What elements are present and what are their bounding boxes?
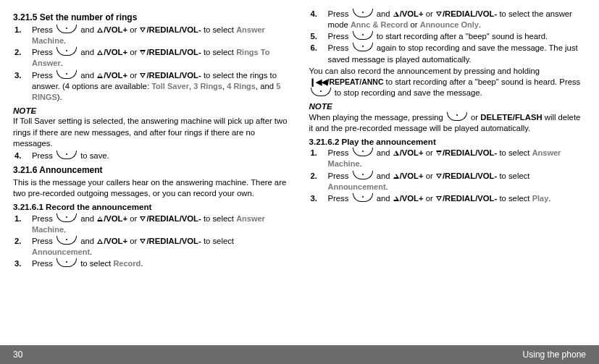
list-item: 3.Press to select Record. [13,258,290,269]
note-body: When playing the message, pressing or DE… [309,112,587,134]
step-number: 5. [309,31,328,42]
arrow-down-icon [140,50,146,55]
step-number: 1. [13,25,32,46]
menu-icon [353,193,373,202]
steps-play: 1.Press and /VOL+ or /REDIAL/VOL- to sel… [309,148,587,204]
step-number: 2. [13,236,32,258]
step-body: Press and /VOL+ or /REDIAL/VOL- to selec… [328,171,587,192]
arrow-down-icon [436,174,442,179]
list-item: 6.Press again to stop recording and save… [309,43,587,64]
steps-record: 1.Press and /VOL+ or /REDIAL/VOL- to sel… [13,213,290,270]
step-body: Press and /VOL+ or /REDIAL/VOL- to selec… [32,25,290,46]
heading-announcement: 3.21.6 Announcement [13,164,290,176]
step-body: Press to start recording after a "beep" … [328,31,587,42]
page-body: 3.21.5 Set the number of rings 1.Press a… [0,0,599,344]
page-footer: 30 Using the phone [0,345,599,364]
list-item: 2.Press and /VOL+ or /REDIAL/VOL- to sel… [13,47,290,69]
step-body: Press to select Record. [32,258,290,269]
step-body: Press again to stop recording and save t… [328,43,587,64]
step-body: Press to save. [32,151,290,161]
arrow-down-icon [140,27,146,33]
step-body: Press and /VOL+ or /REDIAL/VOL- to selec… [328,193,587,204]
step-number: 3. [309,193,328,204]
arrow-up-icon [393,174,399,179]
arrow-up-icon [97,73,103,78]
arrow-up-icon [393,196,399,201]
step-number: 4. [13,151,32,161]
step-number: 6. [309,43,328,64]
page-number: 30 [13,349,22,360]
step-body: Press and /VOL+ or /REDIAL/VOL- to selec… [328,148,587,169]
menu-icon [353,171,373,179]
menu-icon [311,88,331,96]
menu-icon [56,70,77,79]
menu-icon [353,31,373,40]
list-item: 2.Press and /VOL+ or /REDIAL/VOL- to sel… [13,236,290,258]
arrow-down-icon [140,216,146,221]
step-number: 1. [309,148,328,169]
arrow-up-icon [97,50,103,55]
arrow-up-icon [97,216,103,221]
step-body: Press and /VOL+ or /REDIAL/VOL- to selec… [32,70,290,103]
arrow-up-icon [97,239,103,244]
step-number: 3. [13,258,32,269]
arrow-down-icon [436,151,442,156]
list-item: 3.Press and /VOL+ or /REDIAL/VOL- to sel… [309,193,587,204]
arrow-down-icon [140,239,146,244]
list-item: 5.Press to start recording after a "beep… [309,31,587,42]
menu-icon [56,151,77,159]
repeat-annc-label: ❙◀◀/REPEAT/ANNC [309,77,384,86]
heading-play: 3.21.6.2 Play the announcement [309,136,587,148]
menu-icon [56,213,77,222]
arrow-down-icon [436,196,442,201]
left-column: 3.21.5 Set the number of rings 1.Press a… [13,9,290,344]
arrow-up-icon [393,12,399,17]
menu-icon [447,112,467,121]
note-body: If Toll Saver setting is selected, the a… [13,116,290,148]
note-heading: NOTE [13,105,290,117]
arrow-up-icon [97,27,103,33]
step-number: 2. [13,47,32,69]
step-number: 4. [309,9,328,30]
footer-label: Using the phone [523,349,586,360]
menu-icon [353,43,373,51]
steps-record-cont: 4.Press and /VOL+ or /REDIAL/VOL- to sel… [309,9,587,65]
heading-record: 3.21.6.1 Record the announcement [13,201,290,213]
menu-icon [56,47,77,56]
steps-set-rings: 1.Press and /VOL+ or /REDIAL/VOL- to sel… [13,25,290,103]
step-number: 1. [13,213,32,235]
step-body: Press and /VOL+ or /REDIAL/VOL- to selec… [328,9,587,30]
list-item: 4.Press to save. [13,151,290,161]
step-body: Press and /VOL+ or /REDIAL/VOL- to selec… [32,213,290,235]
menu-icon [56,236,77,245]
step-number: 2. [309,171,328,192]
delete-flash-label: DELETE/FLASH [480,113,542,122]
arrow-down-icon [436,12,442,17]
heading-set-rings: 3.21.5 Set the number of rings [13,12,290,23]
list-item: 3.Press and /VOL+ or /REDIAL/VOL- to sel… [13,70,290,103]
steps-save: 4.Press to save. [13,151,290,161]
menu-icon [56,258,77,267]
step-body: Press and /VOL+ or /REDIAL/VOL- to selec… [32,236,290,258]
announcement-body: This is the message your callers hear on… [13,177,290,199]
step-number: 3. [13,70,32,103]
menu-icon [353,148,373,156]
list-item: 1.Press and /VOL+ or /REDIAL/VOL- to sel… [13,25,290,46]
note-heading: NOTE [309,101,587,112]
arrow-down-icon [140,73,146,78]
menu-icon [56,25,77,33]
alt-record-para: You can also record the announcement by … [309,66,587,98]
right-column: 4.Press and /VOL+ or /REDIAL/VOL- to sel… [309,9,587,344]
step-body: Press and /VOL+ or /REDIAL/VOL- to selec… [32,47,290,69]
list-item: 2.Press and /VOL+ or /REDIAL/VOL- to sel… [309,171,587,192]
arrow-up-icon [393,151,399,156]
list-item: 1.Press and /VOL+ or /REDIAL/VOL- to sel… [309,148,587,169]
menu-icon [353,9,373,17]
list-item: 1.Press and /VOL+ or /REDIAL/VOL- to sel… [13,213,290,235]
list-item: 4.Press and /VOL+ or /REDIAL/VOL- to sel… [309,9,587,30]
